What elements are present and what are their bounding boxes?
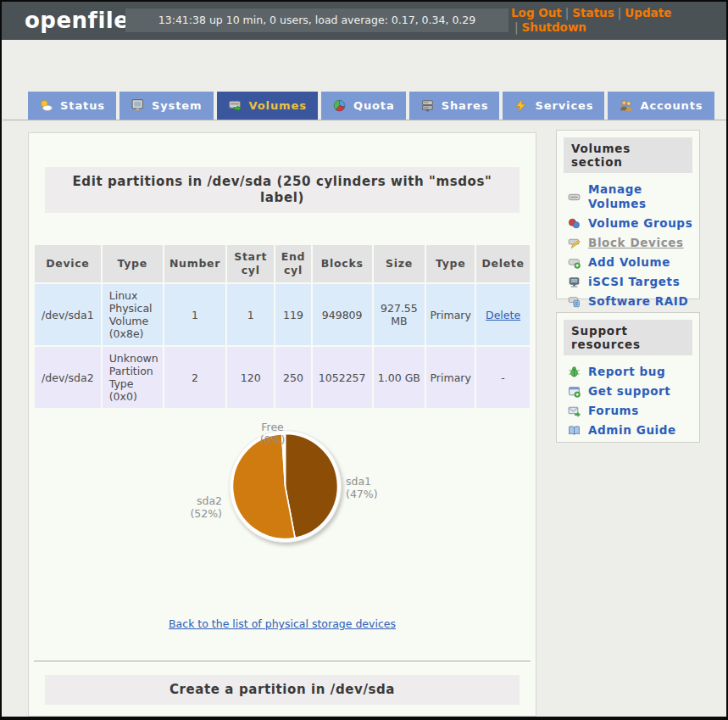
sidebar-item-software-raid[interactable]: Software RAID <box>557 292 699 311</box>
drive-green-arrow-icon <box>228 98 242 113</box>
tab-accounts[interactable]: Accounts <box>608 92 714 120</box>
cell-size: 1.00 GB <box>374 347 425 408</box>
shutdown-link[interactable]: Shutdown <box>522 20 586 34</box>
status-link[interactable]: Status <box>572 6 614 20</box>
pie-label-pct: (52%) <box>154 507 222 520</box>
pie-label-name: sda2 <box>154 494 222 507</box>
tab-status[interactable]: Status <box>28 92 116 120</box>
sidebar-item-label: Volume Groups <box>588 216 692 231</box>
sidebar-item-add-volume[interactable]: Add Volume <box>557 253 699 272</box>
back-to-devices-link[interactable]: Back to the list of physical storage dev… <box>169 617 396 630</box>
cell-blocks: 1052257 <box>313 347 372 408</box>
update-link[interactable]: Update <box>625 6 671 20</box>
col-header-blocks: Blocks <box>313 245 372 282</box>
col-header-number: Number <box>164 245 226 282</box>
sidebar-item-forums[interactable]: Forums <box>557 401 699 421</box>
main-panel: Edit partitions in /dev/sda (250 cylinde… <box>28 132 536 717</box>
bug-icon <box>568 366 581 378</box>
separator: | <box>562 6 573 20</box>
monitor-icon <box>131 98 145 113</box>
pie-label-name: Free <box>241 421 304 433</box>
envelope-icon <box>568 405 581 417</box>
pie-label-sda1: sda1 (47%) <box>346 475 405 500</box>
col-header-device: Device <box>35 245 101 282</box>
sidebar-item-volume-groups[interactable]: Volume Groups <box>557 214 699 233</box>
cell-type: Unknown Partition Type (0x0) <box>103 347 163 408</box>
tab-shares[interactable]: Shares <box>409 92 500 120</box>
volume-groups-icon <box>568 217 581 230</box>
openfiler-logo: openfiler <box>25 8 141 33</box>
sidebar-item-block-devices[interactable]: Block Devices <box>557 233 699 253</box>
back-link-row: Back to the list of physical storage dev… <box>29 617 536 630</box>
pie-slice-sda1 <box>286 434 338 539</box>
pie-label-pct: (0%) <box>241 433 304 446</box>
pie-label-name: sda1 <box>346 475 405 488</box>
quota-pie-icon <box>332 98 347 113</box>
cell-size: 927.55 MB <box>374 284 425 345</box>
iscsi-server-icon <box>568 276 581 288</box>
support-resources-panel: Support resources Report bug Get support… <box>556 312 700 443</box>
sidebar-item-get-support[interactable]: Get support <box>557 382 699 401</box>
cell-type: Linux Physical Volume (0x8e) <box>103 284 163 345</box>
cell-number: 1 <box>164 284 226 345</box>
partitions-table: Device Type Number Start cyl End cyl Blo… <box>33 243 531 410</box>
delete-link[interactable]: Delete <box>486 309 520 321</box>
window-border-bottom <box>0 717 728 720</box>
openfiler-app: openfiler 13:41:38 up 10 min, 0 users, l… <box>0 0 728 720</box>
cell-device: /dev/sda2 <box>35 347 101 408</box>
support-window-icon <box>568 385 581 398</box>
table-row-sda2: /dev/sda2 Unknown Partition Type (0x0) 2… <box>35 347 530 408</box>
tab-label: Status <box>60 99 105 112</box>
col-header-end-cyl: End cyl <box>275 245 311 282</box>
support-resources-title: Support resources <box>564 320 692 355</box>
tab-quota[interactable]: Quota <box>321 92 406 120</box>
sidebar-item-label: Manage Volumes <box>588 182 696 211</box>
tab-label: Volumes <box>249 99 307 112</box>
create-partition-heading: Create a partition in /dev/sda <box>45 675 520 705</box>
book-icon <box>568 424 581 437</box>
uptime-status: 13:41:38 up 10 min, 0 users, load averag… <box>125 8 508 32</box>
tab-label: System <box>152 99 203 112</box>
cell-start-cyl: 120 <box>227 347 274 408</box>
sidebar-item-label: Admin Guide <box>588 423 676 438</box>
pie-label-pct: (47%) <box>346 488 405 500</box>
cell-start-cyl: 1 <box>227 284 274 345</box>
separator: | <box>511 20 522 34</box>
window-border-left <box>0 0 2 720</box>
disk-icon <box>568 191 581 204</box>
volumes-section-title: Volumes section <box>564 137 692 173</box>
sidebar-item-report-bug[interactable]: Report bug <box>557 362 699 382</box>
sidebar-item-label: iSCSI Targets <box>588 275 680 289</box>
cell-delete: Delete <box>476 284 530 345</box>
sidebar-item-label: Add Volume <box>588 255 670 270</box>
col-header-start-cyl: Start cyl <box>227 245 274 282</box>
weather-sun-cloud-icon <box>39 98 53 113</box>
sidebar-item-admin-guide[interactable]: Admin Guide <box>557 421 699 440</box>
sidebar-item-manage-volumes[interactable]: Manage Volumes <box>557 180 699 214</box>
table-row-sda1: /dev/sda1 Linux Physical Volume (0x8e) 1… <box>35 284 530 345</box>
sidebar-item-label: Block Devices <box>588 236 684 250</box>
topbar-links: Log Out|Status|Update |Shutdown <box>511 6 671 34</box>
accounts-people-icon <box>619 98 633 113</box>
topbar-links-row1: Log Out|Status|Update <box>511 6 671 20</box>
col-header-type: Type <box>103 245 163 282</box>
pie-label-sda2: sda2 (52%) <box>154 494 222 520</box>
col-header-size: Size <box>374 245 425 282</box>
col-header-delete: Delete <box>476 245 530 282</box>
tab-volumes[interactable]: Volumes <box>217 92 318 120</box>
tab-system[interactable]: System <box>119 92 214 120</box>
sidebar-item-iscsi-targets[interactable]: iSCSI Targets <box>557 272 699 292</box>
pie-label-free: Free (0%) <box>241 421 304 446</box>
lightning-icon <box>514 98 528 113</box>
tab-label: Shares <box>442 99 489 112</box>
tab-services[interactable]: Services <box>503 92 604 120</box>
shares-server-icon <box>420 98 435 113</box>
sidebar-item-label: Forums <box>588 404 639 418</box>
logout-link[interactable]: Log Out <box>511 6 562 20</box>
tab-underline <box>3 120 726 120</box>
sidebar-item-label: Software RAID <box>588 294 688 309</box>
sidebar-item-label: Get support <box>588 384 670 399</box>
tab-bar: Status System Volumes Quota Shares Servi… <box>28 92 714 120</box>
topbar: openfiler 13:41:38 up 10 min, 0 users, l… <box>2 2 726 40</box>
topbar-links-row2: |Shutdown <box>511 20 671 35</box>
